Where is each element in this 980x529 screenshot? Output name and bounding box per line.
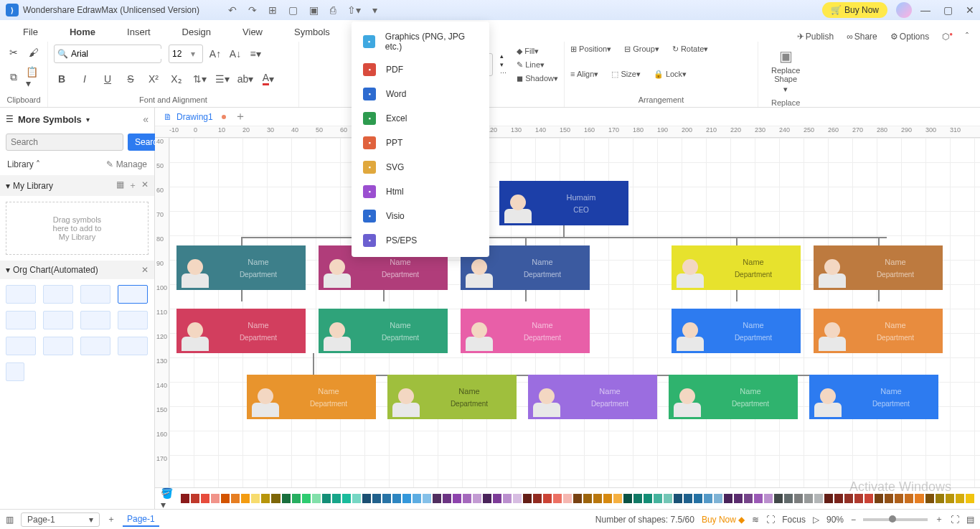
- presentation-icon[interactable]: ▷: [813, 515, 819, 525]
- add-page-button[interactable]: ＋: [107, 513, 116, 525]
- color-swatch[interactable]: [413, 494, 421, 503]
- open-icon[interactable]: ▢: [288, 4, 298, 16]
- color-swatch[interactable]: [261, 494, 270, 503]
- color-swatch[interactable]: [443, 494, 451, 503]
- shape-thumb[interactable]: [6, 285, 36, 304]
- color-swatch[interactable]: [241, 494, 250, 503]
- org-node[interactable]: NameDepartment: [669, 375, 798, 419]
- color-swatch[interactable]: [804, 494, 813, 503]
- export-menu-item[interactable]: ▪PS/EPS: [352, 228, 489, 253]
- shape-thumb[interactable]: [6, 362, 24, 381]
- align-icon[interactable]: ≡▾: [248, 46, 263, 62]
- chevron-down-icon[interactable]: ▾: [783, 85, 788, 94]
- shape-thumb[interactable]: [80, 285, 110, 304]
- canvas[interactable]: HumaimCEONameDepartmentNameDepartmentNam…: [169, 138, 980, 487]
- export-icon[interactable]: ⇧▾: [347, 4, 361, 16]
- org-node[interactable]: NameDepartment: [176, 309, 306, 353]
- color-swatch[interactable]: [271, 494, 280, 503]
- my-library-section[interactable]: ▾ My Library ▦ ＋ ✕: [0, 175, 154, 196]
- manage-button[interactable]: ✎ Manage: [106, 159, 147, 169]
- color-swatch[interactable]: [744, 494, 753, 503]
- color-swatch[interactable]: [946, 494, 954, 503]
- close-button[interactable]: ✕: [966, 4, 974, 16]
- layers-icon[interactable]: ≋: [752, 515, 759, 525]
- color-swatch[interactable]: [211, 494, 220, 503]
- org-chart-section[interactable]: ▾ Org Chart(Automated) ✕: [0, 261, 154, 279]
- align-button[interactable]: ≡ Align▾: [570, 70, 598, 79]
- maximize-button[interactable]: ▢: [943, 4, 953, 16]
- size-button[interactable]: ⬚ Size▾: [611, 70, 640, 79]
- fill-tool-icon[interactable]: 🪣▾: [161, 491, 175, 507]
- panel-toggle-icon[interactable]: ▤: [966, 515, 974, 525]
- color-swatch[interactable]: [503, 494, 512, 503]
- color-swatch[interactable]: [613, 494, 622, 503]
- color-swatch[interactable]: [864, 494, 873, 503]
- color-swatch[interactable]: [302, 494, 311, 503]
- export-menu-item[interactable]: ▪Excel: [352, 106, 489, 131]
- tab-home[interactable]: Home: [54, 22, 111, 42]
- color-swatch[interactable]: [824, 494, 833, 503]
- color-swatch[interactable]: [905, 494, 913, 503]
- color-swatch[interactable]: [644, 494, 652, 503]
- position-button[interactable]: ⊞ Position▾: [570, 45, 611, 54]
- color-swatch[interactable]: [493, 494, 501, 503]
- chevron-down-icon[interactable]: ▾: [89, 515, 93, 525]
- color-swatch[interactable]: [956, 494, 964, 503]
- color-swatch[interactable]: [895, 494, 903, 503]
- style-gallery-icon[interactable]: ⋯: [500, 70, 507, 77]
- color-swatch[interactable]: [402, 494, 411, 503]
- color-swatch[interactable]: [674, 494, 682, 503]
- new-icon[interactable]: ⊞: [268, 4, 277, 16]
- color-swatch[interactable]: [463, 494, 471, 503]
- fit-icon[interactable]: ⛶: [766, 515, 775, 525]
- color-swatch[interactable]: [704, 494, 712, 503]
- shape-thumb[interactable]: [6, 311, 36, 329]
- color-swatch[interactable]: [875, 494, 883, 503]
- copy-icon[interactable]: ⧉: [6, 70, 22, 85]
- export-menu-item[interactable]: ▪SVG: [352, 155, 489, 179]
- subscript-icon[interactable]: X₂: [169, 71, 184, 87]
- notifications-button[interactable]: ⬡●: [942, 31, 953, 42]
- color-swatch[interactable]: [181, 494, 189, 503]
- color-swatch[interactable]: [322, 494, 331, 503]
- org-node[interactable]: NameDepartment: [814, 245, 943, 290]
- export-menu-item[interactable]: ▪Word: [352, 82, 489, 106]
- hamburger-icon[interactable]: ☰: [6, 114, 14, 124]
- tab-insert[interactable]: Insert: [111, 22, 166, 42]
- options-button[interactable]: ⚙Options: [890, 32, 929, 42]
- strike-icon[interactable]: S: [123, 71, 138, 87]
- document-tab[interactable]: 🗎 Drawing1: [164, 112, 213, 122]
- group-button[interactable]: ⊟ Group▾: [624, 45, 659, 54]
- org-node[interactable]: NameDepartment: [461, 309, 590, 353]
- shape-thumb[interactable]: [118, 337, 148, 355]
- color-swatch[interactable]: [533, 494, 542, 503]
- color-swatch[interactable]: [342, 494, 351, 503]
- color-swatch[interactable]: [231, 494, 240, 503]
- style-scroll-down-icon[interactable]: ▾: [500, 61, 507, 68]
- color-swatch[interactable]: [724, 494, 732, 503]
- color-swatch[interactable]: [282, 494, 291, 503]
- color-swatch[interactable]: [764, 494, 773, 503]
- color-swatch[interactable]: [784, 494, 793, 503]
- color-swatch[interactable]: [774, 494, 783, 503]
- buy-now-button[interactable]: 🛒 Buy Now: [822, 2, 887, 18]
- zoom-slider[interactable]: [863, 518, 928, 521]
- color-swatch[interactable]: [885, 494, 893, 503]
- color-swatch[interactable]: [734, 494, 743, 503]
- color-swatch[interactable]: [392, 494, 401, 503]
- color-swatch[interactable]: [553, 494, 562, 503]
- user-avatar-button[interactable]: [896, 2, 912, 18]
- color-swatch[interactable]: [201, 494, 209, 503]
- symbol-search-input[interactable]: [6, 134, 123, 151]
- line-spacing-icon[interactable]: ⇅▾: [192, 71, 207, 87]
- color-swatch[interactable]: [844, 494, 853, 503]
- bullets-icon[interactable]: ☰▾: [215, 71, 230, 87]
- color-swatch[interactable]: [623, 494, 632, 503]
- color-swatch[interactable]: [925, 494, 934, 503]
- rotate-button[interactable]: ↻ Rotate▾: [672, 45, 708, 54]
- more-symbols-button[interactable]: More Symbols: [18, 114, 82, 125]
- color-swatch[interactable]: [543, 494, 552, 503]
- export-menu-item[interactable]: ▪Graphics (PNG, JPG etc.): [352, 26, 489, 57]
- font-family-input[interactable]: [71, 49, 179, 59]
- color-swatch[interactable]: [251, 494, 260, 503]
